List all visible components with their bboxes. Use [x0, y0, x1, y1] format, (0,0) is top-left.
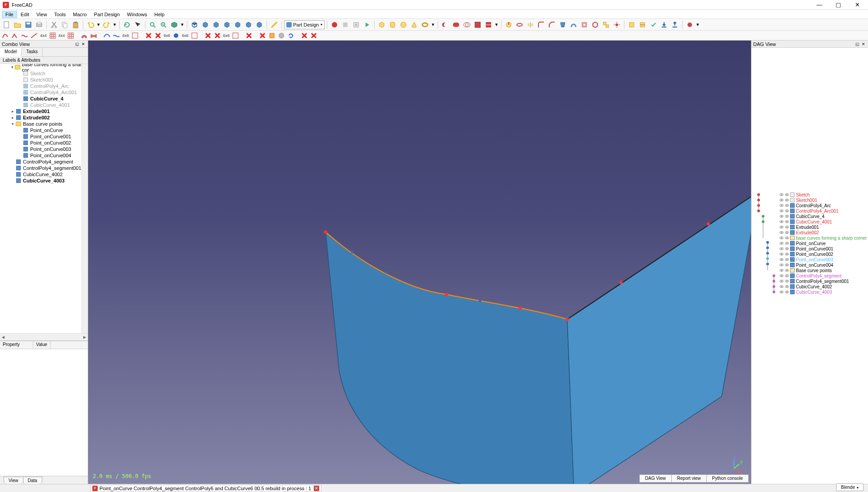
menu-windows[interactable]: Windows	[123, 11, 151, 18]
check-geom-icon[interactable]	[648, 20, 658, 30]
thickness-icon[interactable]	[590, 20, 600, 30]
view-left-icon[interactable]	[254, 20, 264, 30]
visibility-icon[interactable]	[779, 219, 784, 224]
boolean-cut-icon[interactable]	[440, 20, 450, 30]
visibility-icon[interactable]	[785, 257, 789, 262]
dag-item[interactable]: Base curve points	[779, 268, 832, 273]
view-bottom-icon[interactable]	[244, 20, 253, 30]
primitives-dropdown-icon[interactable]: ▾	[431, 20, 435, 30]
dag-item[interactable]: CubicCurve_4002	[779, 284, 832, 289]
appearance-icon[interactable]	[685, 20, 695, 30]
fillet-icon[interactable]	[536, 20, 546, 30]
maximize-button[interactable]: ▢	[833, 1, 844, 9]
visibility-icon[interactable]	[779, 246, 784, 251]
open-file-icon[interactable]	[13, 20, 23, 30]
tree-item[interactable]: Point_onCurve	[0, 127, 88, 133]
tree-item[interactable]: ▸Extrude002	[0, 114, 88, 121]
drawstyle-icon[interactable]	[169, 20, 179, 30]
expander-icon[interactable]: ▸	[10, 109, 15, 114]
visibility-icon[interactable]	[785, 263, 789, 267]
grid-tool-2-icon[interactable]	[67, 32, 75, 40]
select-face-icon[interactable]	[268, 32, 276, 40]
visibility-icon[interactable]	[785, 284, 789, 289]
explode-icon[interactable]	[612, 20, 622, 30]
cross-sections-icon[interactable]	[637, 20, 647, 30]
visibility-icon[interactable]	[785, 241, 789, 246]
visibility-icon[interactable]	[785, 246, 789, 251]
undock-icon[interactable]: ◱	[74, 41, 80, 47]
tab-tasks[interactable]: Tasks	[22, 48, 43, 56]
dag-item[interactable]: Point_onCurve004	[779, 262, 833, 268]
dag-item[interactable]: Point_onCurve002	[779, 251, 833, 257]
visibility-icon[interactable]	[779, 203, 784, 208]
tree-item[interactable]: ControlPoly4_Arc001	[0, 89, 88, 96]
dag-item[interactable]: ControlPoly4_Arc	[779, 203, 831, 208]
refresh-blue-icon[interactable]	[287, 32, 295, 40]
undo-dropdown-icon[interactable]: ▾	[96, 20, 101, 30]
tree-item[interactable]: ControlPoly4_segment001	[0, 165, 88, 171]
compound-icon[interactable]	[601, 20, 611, 30]
grid6-tool-1-icon[interactable]	[131, 32, 139, 40]
curve-tool-4-icon[interactable]	[30, 32, 38, 40]
macro-list-icon[interactable]	[351, 20, 361, 30]
dag-item[interactable]: Sketch001	[779, 197, 817, 203]
sweep-icon[interactable]	[569, 20, 579, 30]
axis-gizmo-icon[interactable]: z x y	[725, 458, 743, 476]
dag-undock-icon[interactable]: ◱	[854, 41, 860, 47]
delete-3-icon[interactable]	[204, 32, 212, 40]
visibility-icon[interactable]	[785, 290, 789, 294]
part-cylinder-icon[interactable]	[388, 20, 398, 30]
dag-close-icon[interactable]: ✕	[861, 41, 866, 47]
menu-partdesign[interactable]: Part Design	[90, 11, 123, 18]
save-icon[interactable]	[23, 20, 33, 30]
panel-close-icon[interactable]: ✕	[81, 41, 86, 47]
delete-1-icon[interactable]	[145, 32, 153, 40]
visibility-icon[interactable]	[779, 214, 784, 219]
grid6-tool-3-icon[interactable]	[231, 32, 240, 40]
redo-dropdown-icon[interactable]: ▾	[113, 20, 117, 30]
tab-model[interactable]: Model	[0, 48, 22, 57]
drawstyle-dropdown-icon[interactable]: ▾	[180, 20, 185, 30]
visibility-icon[interactable]	[779, 290, 784, 294]
curve-blue-1-icon[interactable]	[103, 32, 111, 40]
sphere-blue-icon[interactable]	[172, 32, 180, 40]
copy-icon[interactable]	[60, 20, 70, 30]
visibility-icon[interactable]	[779, 284, 784, 289]
chamfer-icon[interactable]	[547, 20, 557, 30]
offset-icon[interactable]	[579, 20, 589, 30]
view-front-icon[interactable]	[200, 20, 210, 30]
whatsthis-icon[interactable]	[133, 20, 143, 30]
part-slice-icon[interactable]	[484, 20, 493, 30]
close-button[interactable]: ✕	[852, 1, 863, 9]
paste-icon[interactable]	[71, 20, 81, 30]
curve-blue-2-icon[interactable]	[113, 32, 121, 40]
dag-item[interactable]: Sketch	[779, 192, 810, 197]
curve-tool-1-icon[interactable]	[2, 32, 10, 40]
menu-edit[interactable]: Edit	[17, 11, 33, 18]
tree-item[interactable]: ▸Extrude001	[0, 108, 88, 114]
boolean-common-icon[interactable]	[462, 20, 472, 30]
curve-tool-2-icon[interactable]	[11, 32, 19, 40]
curve-tool-3-icon[interactable]	[21, 32, 29, 40]
zoom-select-icon[interactable]	[158, 20, 168, 30]
tree-item[interactable]: Point_onCurve002	[0, 140, 88, 146]
delete-7-icon[interactable]	[300, 32, 308, 40]
extrude-icon[interactable]	[504, 20, 514, 30]
delete-4-icon[interactable]	[213, 32, 222, 40]
part-box-icon[interactable]	[377, 20, 387, 30]
tree-item[interactable]: CubicCurve_4002	[0, 171, 88, 178]
mirror-icon[interactable]	[525, 20, 535, 30]
part-torus-icon[interactable]	[420, 20, 430, 30]
dag-item[interactable]: Extrude002	[779, 230, 819, 235]
part-cone-icon[interactable]	[409, 20, 419, 30]
tree-item[interactable]: CubicCurve_4	[0, 96, 88, 102]
tree-item[interactable]: Point_onCurve001	[0, 133, 88, 140]
refresh-icon[interactable]	[122, 20, 132, 30]
visibility-icon[interactable]	[779, 257, 784, 262]
menu-help[interactable]: Help	[151, 11, 168, 18]
tree-item[interactable]: ControlPoly4_segment	[0, 159, 88, 165]
part-section-icon[interactable]	[473, 20, 483, 30]
tree-item[interactable]: CubicCurve_4001	[0, 102, 88, 108]
shape-builder-icon[interactable]	[627, 20, 637, 30]
menu-file[interactable]: File	[2, 11, 17, 18]
